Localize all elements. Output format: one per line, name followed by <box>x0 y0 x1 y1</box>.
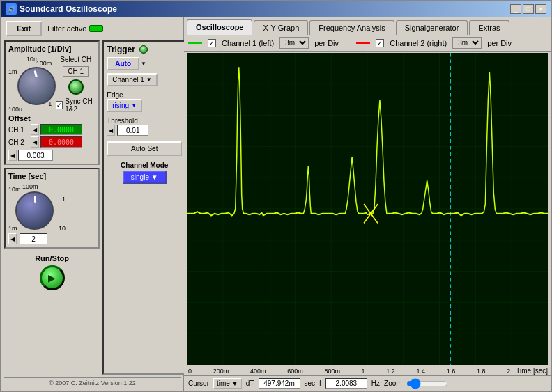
cursor-row: Cursor time ▼ dT 497.942m sec f 2.0083 H… <box>184 375 551 391</box>
run-stop-label: Run/Stop <box>35 254 69 262</box>
copyright: © 2007 C. Zeitnitz Version 1.22 <box>4 377 181 388</box>
scope-display <box>187 53 548 365</box>
time-title: Time [sec] <box>8 172 95 180</box>
channel-row: ✓ Channel 1 (left) 3m per Div ✓ Channel … <box>184 35 551 52</box>
filter-active-indicator: Filter active <box>47 24 103 33</box>
trigger-rising-label: rising <box>112 102 129 109</box>
time-knob-container: 100m 10m 1 1m 10 <box>8 183 66 232</box>
trigger-channel-label: Channel 1 <box>112 76 144 84</box>
tab-frequency-analysis[interactable]: Frequency Analysis <box>309 20 394 35</box>
time-label-10: 10 <box>59 225 66 232</box>
dt-unit: sec <box>305 379 316 387</box>
cursor-type-value: time <box>217 379 230 387</box>
zoom-slider[interactable] <box>406 379 448 389</box>
trigger-edge-label: Edge <box>107 91 182 99</box>
cursor-type-arrow: ▼ <box>231 379 238 387</box>
amp-value[interactable]: 0.003 <box>18 150 53 161</box>
ch2-label: Channel 2 (right) <box>390 39 447 47</box>
exit-button[interactable]: Exit <box>6 21 42 36</box>
ch1-selector[interactable]: CH 1 <box>63 66 89 77</box>
trigger-header: Trigger <box>107 45 182 54</box>
x-tick-600m: 600m <box>287 368 303 375</box>
amp-label-100u: 100u <box>8 106 22 113</box>
ch2-offset-row: CH 2 ◀ 0.0000 <box>8 136 95 148</box>
trigger-channel-button[interactable]: Channel 1 ▼ <box>107 73 158 86</box>
tab-oscilloscope[interactable]: Oscilloscope <box>187 19 252 35</box>
x-axis-row: 0 200m 400m 600m 800m 1 1.2 1.4 1.6 1.8 … <box>184 366 551 375</box>
f-unit: Hz <box>371 379 380 387</box>
dt-label: dT <box>246 379 254 387</box>
ch2-offset-spinner: ◀ 0.0000 <box>31 136 82 148</box>
tab-extras[interactable]: Extras <box>469 20 509 35</box>
sync-row: ✓ Sync CH 1&2 <box>56 97 95 113</box>
trigger-threshold-row: ◀ 0.01 <box>107 125 182 136</box>
amp-label-100m: 100m <box>36 60 52 67</box>
close-button[interactable]: ✕ <box>535 4 546 14</box>
time-label-100m: 100m <box>22 183 38 190</box>
trigger-channel-arrow: ▼ <box>146 77 152 83</box>
zoom-label: Zoom <box>384 379 402 387</box>
amplitude-title: Amplitude [1/Div] <box>8 45 95 53</box>
time-value[interactable]: 2 <box>20 233 47 244</box>
time-decrement[interactable]: ◀ <box>8 233 17 244</box>
trigger-edge-section: Edge rising ▼ <box>107 89 182 112</box>
trigger-section: Trigger Auto ▼ Ch <box>102 40 186 375</box>
x-tick-400m: 400m <box>250 368 266 375</box>
ch1-per-div-select[interactable]: 3m <box>279 37 309 49</box>
ch1-led <box>68 79 84 95</box>
ch1-checkbox[interactable]: ✓ <box>208 39 216 47</box>
run-stop-section: Run/Stop ▶ <box>4 254 100 290</box>
trigger-led <box>139 45 148 54</box>
ch2-offset-decrement[interactable]: ◀ <box>31 136 39 148</box>
x-tick-1: 1 <box>362 368 365 375</box>
ch1-color-indicator <box>188 42 202 44</box>
threshold-decrement[interactable]: ◀ <box>107 125 115 136</box>
tab-xy-graph[interactable]: X-Y Graph <box>254 20 308 35</box>
trigger-edge-button[interactable]: rising ▼ <box>107 99 142 112</box>
x-tick-2: 2 <box>507 368 510 375</box>
minimize-button[interactable]: _ <box>510 4 521 14</box>
trigger-title: Trigger <box>107 45 135 54</box>
time-label-10m: 10m <box>8 186 21 193</box>
app-title: Soundcard Oszilloscope <box>20 4 117 14</box>
time-knob[interactable] <box>15 191 54 230</box>
trigger-auto-row: Auto ▼ <box>107 57 182 70</box>
sync-label: Sync CH 1&2 <box>65 97 95 113</box>
x-tick-1.6: 1.6 <box>447 368 456 375</box>
time-label-1m: 1m <box>8 225 17 232</box>
select-ch-label: Select CH <box>60 56 91 63</box>
amp-label-1: 1 <box>48 100 52 107</box>
amplitude-knob[interactable] <box>17 67 56 105</box>
ch2-offset-value[interactable]: 0.0000 <box>40 136 82 148</box>
channel-mode-section: Channel Mode single ▼ <box>107 162 182 184</box>
channel-mode-arrow: ▼ <box>151 173 158 181</box>
tab-signalgenerator[interactable]: Signalgenerator <box>396 20 468 35</box>
ch2-per-div-select[interactable]: 3m <box>452 37 482 49</box>
x-tick-800m: 800m <box>324 368 340 375</box>
run-stop-button[interactable]: ▶ <box>40 265 65 290</box>
time-panel: Time [sec] 100m 10m 1 1m 10 ◀ <box>4 168 100 249</box>
ch1-offset-spinner: ◀ 0.0000 <box>31 124 82 135</box>
ch1-offset-decrement[interactable]: ◀ <box>31 124 39 135</box>
filter-active-label: Filter active <box>47 24 86 33</box>
left-panel: Exit Filter active Amplitude [1/Div] <box>1 17 184 391</box>
tabs-row: Oscilloscope X-Y Graph Frequency Analysi… <box>184 17 551 35</box>
x-tick-1.2: 1.2 <box>386 368 395 375</box>
trigger-auto-arrow[interactable]: ▼ <box>141 61 146 67</box>
maximize-button[interactable]: □ <box>523 4 534 14</box>
ch2-checkbox[interactable]: ✓ <box>376 39 384 47</box>
amp-decrement[interactable]: ◀ <box>8 150 17 161</box>
select-ch-area: Select CH CH 1 ✓ Sync CH 1&2 <box>56 56 95 113</box>
trigger-auto-button[interactable]: Auto <box>107 57 139 70</box>
f-value: 2.0083 <box>325 378 367 389</box>
threshold-value[interactable]: 0.01 <box>117 125 148 136</box>
cursor-type-dropdown[interactable]: time ▼ <box>213 378 242 389</box>
auto-set-button[interactable]: Auto Set <box>107 141 182 156</box>
amplitude-knob-marker <box>33 70 37 77</box>
ch1-offset-value[interactable]: 0.0000 <box>40 124 82 135</box>
sync-checkbox[interactable]: ✓ <box>56 101 63 109</box>
x-axis-labels: 0 200m 400m 600m 800m 1 1.2 1.4 1.6 1.8 … <box>187 368 512 375</box>
f-label: f <box>319 379 321 387</box>
channel-mode-button[interactable]: single ▼ <box>123 171 167 184</box>
cursor-label: Cursor <box>188 379 209 387</box>
